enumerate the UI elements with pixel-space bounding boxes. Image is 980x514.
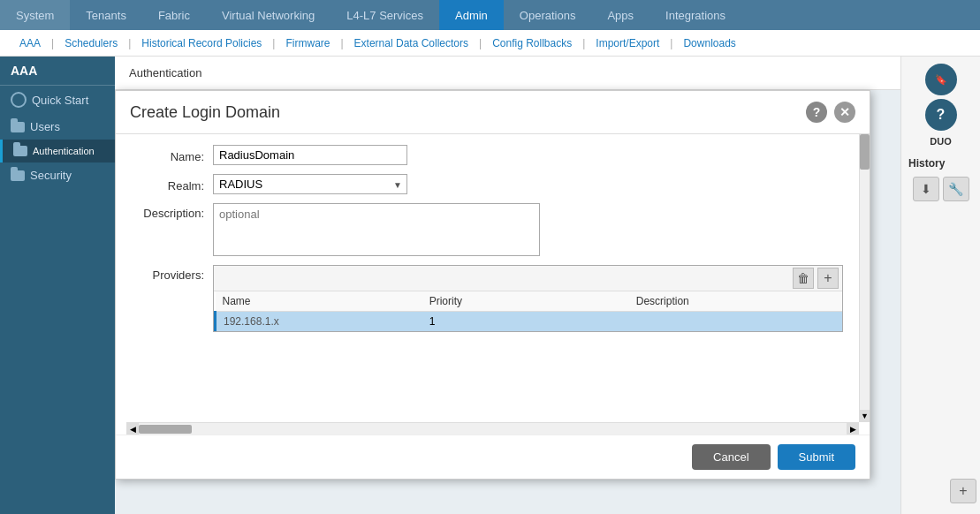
content-area: Authentication Create Login Domain ? ✕ [115,57,900,514]
nav-apps[interactable]: Apps [591,0,650,30]
tool-icon-btn[interactable]: 🔧 [943,177,969,201]
sidebar-item-security[interactable]: Security [0,163,115,188]
subnav-schedulers[interactable]: Schedulers [54,30,128,56]
sidebar-item-label-security: Security [30,169,72,182]
modal-help-button[interactable]: ? [806,102,827,123]
sidebar-item-label-quickstart: Quick Start [32,94,88,107]
duo-help-icon[interactable]: ? [925,99,957,131]
providers-add-button[interactable]: + [817,268,839,289]
modal: Create Login Domain ? ✕ Name: [115,90,870,480]
nav-l4l7[interactable]: L4-L7 Services [330,0,439,30]
right-panel-add-button[interactable]: + [950,479,976,503]
page-title: Authentication [129,66,201,79]
subnav-historical[interactable]: Historical Record Policies [131,30,272,56]
col-name: Name [216,291,422,312]
table-row[interactable]: 192.168.1.x 1 [216,312,843,332]
provider-priority-cell: 1 [422,312,629,332]
sidebar-item-authentication[interactable]: Authentication [0,140,115,163]
top-nav: System Tenants Fabric Virtual Networking… [0,0,980,30]
sidebar-item-label-users: Users [30,120,60,133]
sidebar-header: AAA [0,57,115,86]
modal-body: Name: Realm: RADIUS LDAP TACACS+ LOCAL [116,134,870,422]
content-header: Authentication [115,57,900,90]
modal-footer: Cancel Submit [116,435,870,479]
modal-horizontal-scrollbar[interactable]: ◀ ▶ [126,422,859,435]
providers-table-header-row: Name Priority Description [216,291,843,312]
security-folder-icon [11,170,25,181]
modal-close-button[interactable]: ✕ [834,102,855,123]
col-description: Description [629,291,842,312]
nav-virtual-networking[interactable]: Virtual Networking [206,0,330,30]
subnav-downloads[interactable]: Downloads [672,30,746,56]
providers-delete-button[interactable]: 🗑 [793,268,814,289]
providers-row: Providers: 🗑 + Name [116,265,857,332]
modal-title-bar: Create Login Domain ? ✕ [116,91,870,134]
providers-panel: 🗑 + Name Priority Description [213,265,843,332]
sub-nav: AAA | Schedulers | Historical Record Pol… [0,30,980,57]
nav-integrations[interactable]: Integrations [650,0,741,30]
quick-start-icon [11,92,27,108]
description-label: Description: [116,203,213,220]
nav-tenants[interactable]: Tenants [70,0,142,30]
subnav-aaa[interactable]: AAA [9,30,51,56]
users-folder-icon [11,122,25,132]
nav-admin[interactable]: Admin [439,0,504,30]
modal-title: Create Login Domain [130,103,806,122]
subnav-importexport[interactable]: Import/Export [585,30,670,56]
providers-label: Providers: [116,265,213,282]
modal-vertical-scrollbar[interactable]: ▼ [859,134,870,422]
modal-hscrollbar-right[interactable]: ▶ [847,423,859,435]
realm-label: Realm: [116,176,213,193]
nav-operations[interactable]: Operations [504,0,592,30]
scrollbar-down-arrow[interactable]: ▼ [860,410,870,422]
provider-desc-cell [629,312,842,332]
realm-field-row: Realm: RADIUS LDAP TACACS+ LOCAL ▼ [116,174,857,194]
modal-scrollbar-thumb [860,134,870,170]
right-panel: 🔖 ? DUO History ⬇ 🔧 + [900,57,980,514]
name-label: Name: [116,147,213,163]
modal-hscrollbar-left[interactable]: ◀ [126,423,139,435]
sidebar-item-users[interactable]: Users [0,114,115,140]
col-priority: Priority [422,291,629,312]
subnav-firmware[interactable]: Firmware [275,30,340,56]
providers-toolbar: 🗑 + [214,266,842,291]
cancel-button[interactable]: Cancel [692,444,770,470]
subnav-config[interactable]: Config Rollbacks [482,30,582,56]
description-field-row: Description: [116,203,857,256]
auth-folder-icon [13,146,27,156]
nav-fabric[interactable]: Fabric [142,0,206,30]
main-layout: AAA Quick Start Users Authentication Sec… [0,57,980,514]
sidebar-item-label-auth: Authentication [33,146,95,156]
name-input[interactable] [213,145,407,165]
modal-scroll-area[interactable]: Name: Realm: RADIUS LDAP TACACS+ LOCAL [116,145,870,412]
providers-table: Name Priority Description 192.168.1.x 1 [214,291,842,331]
history-label: History [905,157,945,170]
duo-label: DUO [930,136,951,147]
nav-system[interactable]: System [0,0,70,30]
provider-name-cell: 192.168.1.x [216,312,422,332]
description-input[interactable] [213,203,540,256]
download-icon-btn[interactable]: ⬇ [913,177,939,201]
name-field-row: Name: [116,145,857,165]
realm-select[interactable]: RADIUS LDAP TACACS+ LOCAL [213,174,407,194]
duo-icon[interactable]: 🔖 [925,64,957,95]
sidebar-item-quickstart[interactable]: Quick Start [0,86,115,114]
modal-hscrollbar-thumb [139,425,192,434]
submit-button[interactable]: Submit [778,444,855,470]
subnav-external[interactable]: External Data Collectors [344,30,479,56]
sidebar: AAA Quick Start Users Authentication Sec… [0,57,115,514]
